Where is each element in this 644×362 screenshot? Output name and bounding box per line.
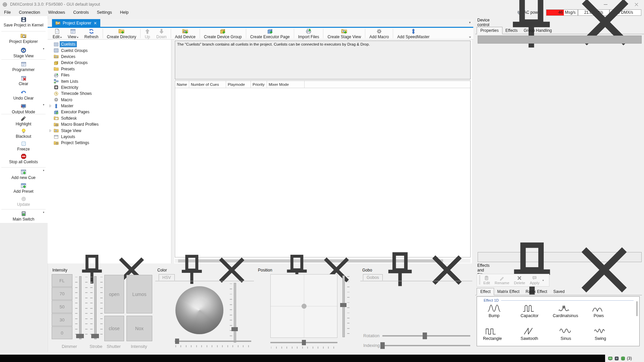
menu-connection[interactable]: Connection [15,9,44,16]
tilt-slider-thumb[interactable] [340,303,346,307]
toolbar-overflow-icon[interactable]: ⏷ [469,36,471,39]
tree-item-cuelist-groups[interactable]: Cuelist Groups [48,47,171,53]
effect-item-rectangle[interactable]: Rectangle [483,326,502,341]
toolbar-add-device-button[interactable]: Add Device [172,28,199,39]
tree-item-macro-board-profiles[interactable]: Macro Board Profiles [48,121,171,127]
indexing-slider-thumb[interactable] [380,342,385,349]
sidebar-item-main-switch[interactable]: Main Switch [0,211,47,222]
tree-item-project-settings[interactable]: Project Settings [48,140,171,146]
toolbar-refresh-button[interactable]: Refresh [82,28,102,39]
intensity-preset-50[interactable]: 50 [52,300,72,313]
effects-edit-button[interactable]: Edit [482,276,492,285]
effects-delete-button[interactable]: Delete [512,276,527,285]
menu-settings[interactable]: Settings [93,9,116,16]
gobos-tab[interactable]: Gobos [363,274,383,281]
sidebar-item-blackout[interactable]: Blackout [0,128,47,139]
sidebar-item-project-explorer[interactable]: Project Explorer [0,33,47,44]
tree-item-timecode-shows[interactable]: Timecode Shows [48,90,171,97]
sidebar-item-clear[interactable]: Clear [0,75,47,86]
tab-effects[interactable]: Effects [502,27,521,34]
rotation-slider-thumb[interactable] [423,333,427,339]
sidebar-item-add-preset[interactable]: Add Preset [0,183,47,194]
sidebar-item-highlight[interactable]: Highlight [0,116,47,126]
connections-status-icon[interactable] [621,356,626,361]
tree-item-presets[interactable]: Presets [48,66,171,72]
sidebar-item-programmer[interactable]: Programmer [0,61,47,72]
tree-item-executor-pages[interactable]: Executor Pages [48,109,171,115]
add-new-cue-dropdown-arrow[interactable]: ▾ [43,169,46,172]
tab-radix-effect[interactable]: Radix Effect [523,288,550,295]
dimmer-fader-thumb[interactable] [76,334,84,338]
tree-item-stage-view[interactable]: Stage View [48,127,171,133]
output-mode-dropdown-arrow[interactable]: ▾ [43,103,46,106]
pin-icon[interactable] [172,250,212,290]
sidebar-item-undo-clear[interactable]: Undo Clear [0,89,47,101]
hsv-color-wheel[interactable] [175,286,223,334]
expander-icon[interactable] [48,129,52,132]
value-slider-thumb[interactable] [231,327,238,331]
tree-item-macro[interactable]: Macro [48,97,171,103]
effect-item-bump[interactable]: Bump [486,303,502,318]
tab-properties[interactable]: Properties [477,27,502,34]
strobe-fader-track[interactable] [94,276,97,339]
menu-controls[interactable]: Controls [69,9,93,16]
pan-slider-thumb[interactable] [302,340,306,345]
tree-item-devices[interactable]: Devices [48,54,171,60]
tab-project-explorer[interactable]: Project Explorer [52,19,100,27]
column-name[interactable]: Name [175,81,189,88]
tree-item-files[interactable]: Files [48,72,171,78]
hue-slider-thumb[interactable] [175,339,179,344]
tab-group-handling[interactable]: Group Handling [521,27,555,34]
toolbar-edit-button[interactable]: Edit▾ [50,28,65,39]
sidebar-item-stage-view[interactable]: Stage View [0,47,47,58]
pan-tilt-pad[interactable] [270,274,337,338]
kernel-status-icon[interactable] [608,356,613,361]
menu-file[interactable]: File [0,9,15,16]
cuelist-table[interactable]: Name Number of Cues Playmode Priority Mi… [175,80,471,257]
column-number-of-cues[interactable]: Number of Cues [189,81,226,88]
sidebar-item-add-new-cue[interactable]: Add new Cue [0,169,47,180]
pan-tilt-handle[interactable] [302,304,307,309]
tree-item-layouts[interactable]: Layouts [48,134,171,140]
shutter-open-button[interactable]: open [104,275,124,313]
toolbar-down-button[interactable]: Down [153,28,170,39]
toolbar-up-button[interactable]: Up [142,28,153,39]
intensity-nox-button[interactable]: Nox [126,316,152,341]
effect-item-sawtooth[interactable]: Sawtooth [521,326,538,341]
shutter-close-button[interactable]: close [104,316,124,341]
tree-item-electricity[interactable]: Electricity [48,84,171,90]
toolbar-view-button[interactable]: View▾ [65,28,82,39]
tree-item-master[interactable]: Master [48,103,171,109]
main-switch-dropdown-arrow[interactable]: ▾ [43,211,46,214]
hue-slider-track[interactable] [175,341,251,342]
dimmer-fader-track[interactable] [79,276,82,339]
toolbar-create-stage-view-button[interactable]: Create Stage View [324,28,364,39]
toolbar-create-executor-page-button[interactable]: Create Executor Page [247,28,293,39]
sidebar-item-output-mode[interactable]: Output Mode [0,103,47,114]
effect-item-cardinalsinus[interactable]: Cardinalsinus [553,303,578,318]
close-panel-icon[interactable] [568,0,642,59]
interface-status-icon[interactable] [614,356,619,361]
tab-effect[interactable]: Effect [477,288,494,295]
tree-item-device-groups[interactable]: Device Groups [48,60,171,66]
column-priority[interactable]: Priority [251,81,267,88]
intensity-preset-0[interactable]: 0 [52,326,72,339]
sidebar-item-save-project[interactable]: Save Project in Kernel [0,17,47,27]
tree-item-cuelists[interactable]: Cuelists [48,41,171,47]
menu-help[interactable]: Help [116,9,133,16]
effect-item-capacitor[interactable]: Capacitor [521,303,539,318]
tab-list-dropdown-icon[interactable]: ▾ [469,21,471,24]
effects-rename-button[interactable]: Rename [493,276,511,285]
intensity-preset-fl[interactable]: FL [52,274,72,287]
tree-item-item-lists[interactable]: Item Lists [48,78,171,84]
hsv-tab[interactable]: HSV [159,274,175,281]
intensity-lumos-button[interactable]: Lumos [126,275,152,313]
column-playmode[interactable]: Playmode [226,81,251,88]
intensity-preset-70[interactable]: 70 [52,287,72,300]
pin-icon[interactable] [377,247,423,293]
tab-close-icon[interactable] [94,21,97,25]
effect-item-swing[interactable]: Swing [593,326,608,341]
expander-icon[interactable] [48,104,52,108]
column-mixer-mode[interactable]: Mixer Mode [267,81,305,88]
tab-saved[interactable]: Saved [550,288,568,295]
